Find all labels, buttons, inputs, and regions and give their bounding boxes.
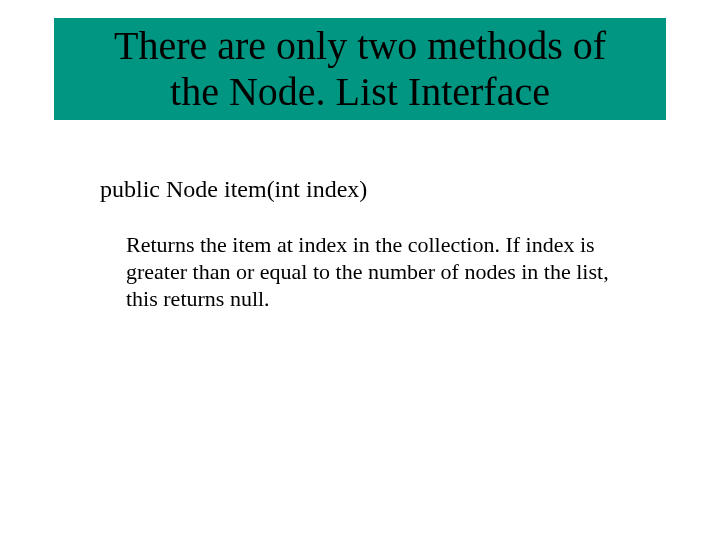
method-signature: public Node item(int index) (100, 176, 367, 203)
slide-title-banner: There are only two methods of the Node. … (54, 18, 666, 120)
slide-title-line2: the Node. List Interface (170, 69, 550, 115)
slide-title-line1: There are only two methods of (114, 23, 606, 69)
method-description: Returns the item at index in the collect… (126, 232, 626, 312)
